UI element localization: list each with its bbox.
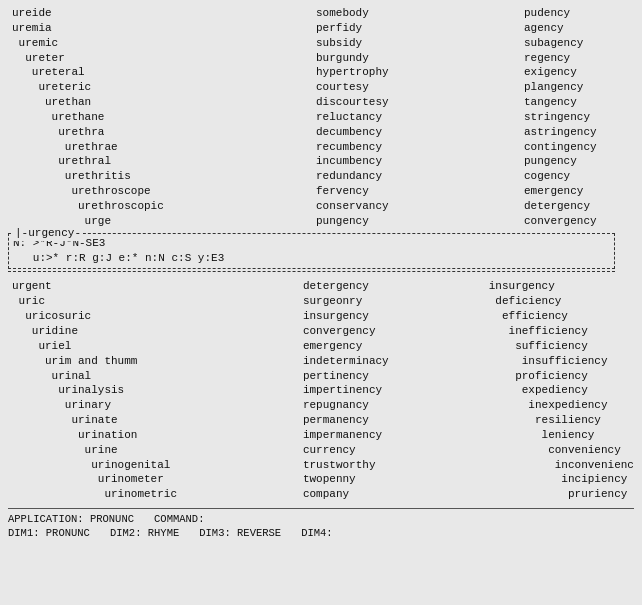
list-item: urim and thumm [12, 354, 177, 369]
list-item: trustworthy [303, 458, 403, 473]
list-item: deficiency [489, 294, 634, 309]
list-item: decumbency [316, 125, 416, 140]
status-bar: APPLICATION: PRONUNC COMMAND: DIM1: PRON… [8, 508, 634, 540]
list-item: expediency [489, 383, 634, 398]
list-item: ureteral [12, 65, 168, 80]
list-item: reluctancy [316, 110, 416, 125]
top-section: ureide uremia uremic ureter ureteral ure… [8, 6, 634, 229]
list-item: urinometric [12, 487, 177, 502]
list-item: leniency [489, 428, 634, 443]
list-item: inexpediency [489, 398, 634, 413]
list-item: uriel [12, 339, 177, 354]
list-item: indeterminacy [303, 354, 403, 369]
list-item: insurgency [489, 279, 634, 294]
list-item: urinary [12, 398, 177, 413]
list-item: subsidy [316, 36, 416, 51]
list-item: urethan [12, 95, 168, 110]
list-item: convergency [524, 214, 634, 229]
list-item: urethra [12, 125, 168, 140]
list-item: detergency [524, 199, 634, 214]
list-item: hypertrophy [316, 65, 416, 80]
list-item: astringency [524, 125, 634, 140]
list-item: pertinency [303, 369, 403, 384]
list-item: uridine [12, 324, 177, 339]
list-item: urinal [12, 369, 177, 384]
list-item: urethral [12, 154, 168, 169]
command-label: COMMAND: [154, 512, 204, 526]
list-item: plangency [524, 80, 634, 95]
list-item: urinometer [12, 472, 177, 487]
list-item: recumbency [316, 140, 416, 155]
list-item: ureteric [12, 80, 168, 95]
list-item: impertinency [303, 383, 403, 398]
list-item: cogency [524, 169, 634, 184]
list-item: detergency [303, 279, 403, 294]
list-item: somebody [316, 6, 416, 21]
list-item: uremia [12, 21, 168, 36]
list-item: insurgency [303, 309, 403, 324]
list-item: ureide [12, 6, 168, 21]
list-item: conservancy [316, 199, 416, 214]
list-item: regency [524, 51, 634, 66]
dim3-label: DIM3: REVERSE [199, 526, 281, 540]
list-item: urinogenital [12, 458, 177, 473]
urgency-label: |-urgency- [13, 226, 83, 241]
list-item: agency [524, 21, 634, 36]
list-item: insufficiency [489, 354, 634, 369]
list-item: incumbency [316, 154, 416, 169]
list-item: urgent [12, 279, 177, 294]
list-item: urethane [12, 110, 168, 125]
list-item: surgeonry [303, 294, 403, 309]
list-item: uremic [12, 36, 168, 51]
list-item: repugnancy [303, 398, 403, 413]
col-left-top: ureide uremia uremic ureter ureteral ure… [8, 6, 168, 229]
list-item: pudency [524, 6, 634, 21]
list-item: urethroscope [12, 184, 168, 199]
list-item: ureter [12, 51, 168, 66]
list-item: discourtesy [316, 95, 416, 110]
screen: ureide uremia uremic ureter ureteral ure… [0, 0, 642, 605]
list-item: perfidy [316, 21, 416, 36]
dim2-label: DIM2: RHYME [110, 526, 179, 540]
divider [8, 271, 615, 272]
bottom-section: urgent uric uricosuric uridine uriel uri… [8, 279, 634, 502]
list-item: urethritis [12, 169, 168, 184]
list-item: resiliency [489, 413, 634, 428]
list-item: courtesy [316, 80, 416, 95]
list-item: company [303, 487, 403, 502]
application-label: APPLICATION: PRONUNC [8, 512, 134, 526]
list-item: pruriency [489, 487, 634, 502]
list-item: urethrae [12, 140, 168, 155]
col-right-top: pudency agency subagency regency exigenc… [504, 6, 634, 229]
list-item: convergency [303, 324, 403, 339]
list-item: urination [12, 428, 177, 443]
urgency-line2: u:>* r:R g:J e:* n:N c:S y:E3 [13, 251, 610, 266]
list-item: incipiency [489, 472, 634, 487]
list-item: twopenny [303, 472, 403, 487]
urgency-box: |-urgency- N: >*R-J*N-SE3 u:>* r:R g:J e… [8, 233, 615, 270]
list-item: inefficiency [489, 324, 634, 339]
list-item: subagency [524, 36, 634, 51]
list-item: pungency [524, 154, 634, 169]
col-left-bottom: urgent uric uricosuric uridine uriel uri… [8, 279, 177, 502]
main-content: ureide uremia uremic ureter ureteral ure… [8, 6, 634, 599]
list-item: impermanency [303, 428, 403, 443]
urgency-line1: N: >*R-J*N-SE3 [13, 236, 610, 251]
list-item: exigency [524, 65, 634, 80]
list-item: inconvenienc [489, 458, 634, 473]
list-item: pungency [316, 214, 416, 229]
list-item: tangency [524, 95, 634, 110]
list-item: sufficiency [489, 339, 634, 354]
col-right-bottom: insurgency deficiency efficiency ineffic… [469, 279, 634, 502]
list-item: emergency [524, 184, 634, 199]
dim1-label: DIM1: PRONUNC [8, 526, 90, 540]
list-item: burgundy [316, 51, 416, 66]
dim4-label: DIM4: [301, 526, 333, 540]
list-item: conveniency [489, 443, 634, 458]
list-item: urethroscopic [12, 199, 168, 214]
list-item: emergency [303, 339, 403, 354]
list-item: stringency [524, 110, 634, 125]
list-item: permanency [303, 413, 403, 428]
list-item: uric [12, 294, 177, 309]
status-row2: DIM1: PRONUNC DIM2: RHYME DIM3: REVERSE … [8, 526, 634, 540]
